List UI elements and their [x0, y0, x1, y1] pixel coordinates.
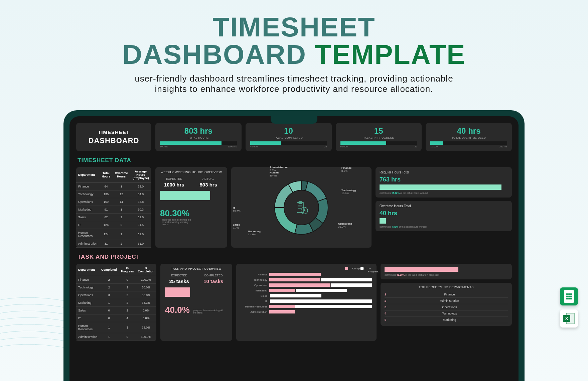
- weekly-overview-card: WEEKLY WORKING HOURS OVERVIEW EXPECTED10…: [155, 167, 227, 248]
- svg-text:X: X: [565, 316, 568, 321]
- svg-line-12: [304, 211, 306, 211]
- hbar-row: Operations: [241, 283, 372, 287]
- donut-label: Technology16.9%: [341, 189, 356, 195]
- subtitle: user-friendly dashboard streamlines time…: [0, 74, 588, 94]
- table-row: Marketing1233.3%: [76, 299, 156, 307]
- top-departments-card: TOP PERFORMING DEPARTMENTS 1Finance2Admi…: [381, 283, 512, 326]
- regular-hours-value: 763 hrs: [380, 176, 508, 183]
- overtime-hours-bar: [380, 218, 386, 224]
- kpi-progress: [340, 141, 417, 145]
- table-row: Finance20100.0%: [76, 276, 156, 284]
- donut-chart: Administration3.9%Human15.4%IT15.7%Sales…: [231, 167, 372, 248]
- donut-label: Operations21.0%: [338, 222, 352, 228]
- tablet-frame: TIMESHEET DASHBOARD 803 hrs TOTAL HOURS …: [63, 110, 525, 381]
- kpi-row: 803 hrs TOTAL HOURS 80.30%1000 hrs10 TAS…: [155, 123, 512, 151]
- regular-hours-bar: [380, 184, 501, 190]
- ranking-column: contributes 60.00% of the tasks that are…: [381, 264, 512, 341]
- kpi-card: 10 TASKS COMPLETED 40.00%25: [246, 123, 332, 151]
- title-line2a: DASHBOARD: [122, 39, 306, 70]
- task-progress-bar: [165, 287, 190, 297]
- task-overview-title: TASK AND PROJECT OVERVIEW: [165, 267, 228, 270]
- col-header: Department: [76, 264, 99, 276]
- rank-row: 2Administration: [385, 298, 508, 304]
- hbar-row: Administration: [241, 310, 372, 313]
- kpi-label: TOTAL HOURS: [160, 136, 237, 139]
- donut-slice: [306, 181, 326, 201]
- clipboard-icon: [294, 201, 308, 215]
- task-pct: 40.0%: [165, 305, 190, 315]
- kpi-progress: [160, 141, 237, 145]
- table-row: Operations3260.0%: [76, 291, 156, 299]
- col-header: Department: [76, 167, 100, 183]
- page-title: TIMESHEET DASHBOARD TEMPLATE: [0, 13, 588, 68]
- donut-label: Sales7.7%: [233, 223, 240, 229]
- expected-tasks: 25 tasks: [165, 278, 193, 284]
- donut-label: Marketing11.3%: [248, 230, 261, 236]
- kpi-value: 15: [340, 126, 417, 136]
- table-row: IT040.0%: [76, 314, 156, 322]
- platform-badges: X: [560, 287, 578, 328]
- task-table: DepartmentCompletedIn Progress% Completi…: [76, 264, 156, 341]
- kpi-card: 803 hrs TOTAL HOURS 80.30%1000 hrs: [155, 123, 242, 151]
- title-main: DASHBOARD: [81, 136, 147, 145]
- table-row: Technology1361234.0: [76, 190, 151, 198]
- legend: Completed In Progress: [241, 267, 372, 270]
- table-row: IT126631.5: [76, 221, 151, 229]
- hbar-row: Human Resources: [241, 305, 372, 308]
- regular-hours-card: Regular Hours Total 763 hrs contributes …: [376, 167, 512, 198]
- excel-icon: X: [560, 309, 578, 328]
- table-row: Sales62231.0: [76, 214, 151, 221]
- title-pre: TIMESHEET: [81, 129, 147, 135]
- kpi-card: 15 TASKS IN PROGRESS 60.00%25: [336, 123, 422, 151]
- overtime-hours-value: 40 hrs: [380, 210, 508, 217]
- table-row: Sales020.0%: [76, 307, 156, 314]
- donut-label: Human15.4%: [270, 171, 279, 177]
- hbar-row: IT: [241, 299, 372, 303]
- rank-row: 5Marketing: [385, 317, 508, 323]
- dashboard-screen: TIMESHEET DASHBOARD 803 hrs TOTAL HOURS …: [69, 116, 519, 381]
- kpi-card: 40 hrs TOTAL OVERTIME USED 16.00%250 hrs: [426, 123, 512, 151]
- completed-tasks: 10 tasks: [199, 278, 228, 284]
- timesheet-row: DepartmentTotal HoursOvertime HoursAvera…: [76, 167, 512, 248]
- title-line2b: TEMPLATE: [315, 39, 466, 70]
- donut-label: IT15.7%: [233, 207, 241, 213]
- table-row: Finance64132.0: [76, 183, 151, 190]
- actual-hours: 803 hrs: [194, 182, 223, 187]
- table-row: Technology2250.0%: [76, 284, 156, 291]
- in-progress-bar: [385, 267, 458, 272]
- rank-row: 3Operations: [385, 304, 508, 310]
- in-progress-share-card: contributes 60.00% of the tasks that are…: [381, 264, 512, 279]
- kpi-value: 803 hrs: [160, 126, 237, 136]
- hbar-row: Sales: [241, 294, 372, 297]
- col-header: Overtime Hours: [113, 167, 130, 183]
- col-header: In Progress: [119, 264, 136, 276]
- expected-hours: 1000 hrs: [160, 182, 188, 187]
- overtime-hours-card: Overtime Hours Total 40 hrs contributes …: [376, 201, 512, 231]
- weekly-overview-title: WEEKLY WORKING HOURS OVERVIEW: [160, 170, 223, 174]
- weekly-progress-bar: [160, 191, 210, 200]
- kpi-value: 40 hrs: [430, 126, 507, 136]
- table-row: Operations1691433.8: [76, 198, 151, 206]
- totals-column: Regular Hours Total 763 hrs contributes …: [376, 167, 512, 248]
- col-header: % Completion: [136, 264, 156, 276]
- task-bar-chart: Completed In Progress FinanceTechnologyO…: [236, 264, 377, 341]
- kpi-label: TASKS IN PROGRESS: [340, 136, 417, 139]
- task-overview-card: TASK AND PROJECT OVERVIEW EXPECTED25 tas…: [160, 264, 232, 341]
- dashboard-title-card: TIMESHEET DASHBOARD: [76, 123, 151, 151]
- table-row: Human Resources124231.0: [76, 229, 151, 240]
- section-title-task: TASK AND PROJECT: [78, 254, 512, 260]
- table-row: Marketing91130.3: [76, 206, 151, 214]
- hbar-row: Marketing: [241, 289, 372, 292]
- kpi-progress: [430, 141, 507, 145]
- kpi-label: TOTAL OVERTIME USED: [430, 136, 507, 139]
- kpi-label: TASKS COMPLETED: [250, 136, 327, 139]
- title-line1: TIMESHEET: [212, 12, 375, 42]
- rank-row: 1Finance: [385, 291, 508, 298]
- hbar-row: Technology: [241, 278, 372, 281]
- section-title-timesheet: TIMESHEET DATA: [78, 157, 512, 164]
- table-row: Administration31231.0: [76, 240, 151, 248]
- sheets-icon: [560, 287, 578, 305]
- col-header: Completed: [99, 264, 119, 276]
- col-header: Average Hours (Employee): [130, 167, 151, 183]
- kpi-value: 10: [250, 126, 327, 136]
